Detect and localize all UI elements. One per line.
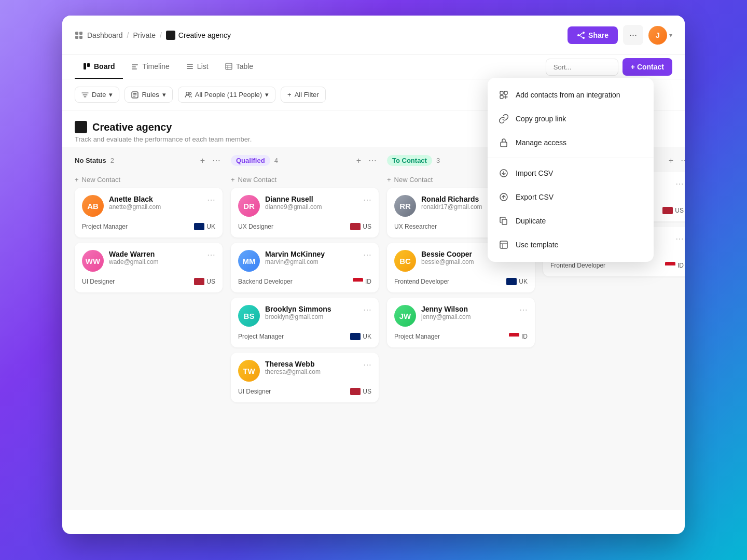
card-more-theresa[interactable]: ⋯ bbox=[363, 360, 371, 370]
avatar-dianne: DR bbox=[238, 195, 260, 217]
svg-point-5 bbox=[583, 37, 585, 39]
column-header-no-status: No Status 2 + ⋯ bbox=[75, 147, 223, 172]
svg-rect-27 bbox=[501, 142, 507, 147]
breadcrumb-private[interactable]: Private bbox=[133, 31, 156, 39]
dropdown-item-manage-access[interactable]: Manage access bbox=[488, 131, 654, 155]
table-icon bbox=[225, 63, 232, 70]
chevron-down-icon2: ▾ bbox=[162, 91, 166, 99]
link-icon bbox=[498, 113, 509, 124]
more-options-button[interactable]: ··· bbox=[623, 25, 643, 45]
tab-timeline[interactable]: Timeline bbox=[123, 55, 177, 79]
header-actions: Share ··· J ▾ bbox=[568, 25, 672, 45]
col-count-to-contact: 3 bbox=[436, 157, 440, 164]
column-qualified: Qualified 4 + ⋯ + New Contact DR Dianne … bbox=[231, 147, 379, 498]
contact-email-theresa: theresa@gmail.com bbox=[265, 368, 358, 375]
card-more-brooklyn[interactable]: ⋯ bbox=[363, 305, 371, 315]
chevron-down-icon: ▾ bbox=[669, 32, 672, 39]
contact-card-header: DR Dianne Rusell dianne9@gmail.com ⋯ bbox=[238, 195, 371, 217]
dashboard-icon bbox=[75, 31, 83, 39]
contact-country-dianne: US bbox=[350, 223, 371, 230]
tab-board[interactable]: Board bbox=[75, 55, 123, 79]
svg-point-6 bbox=[577, 34, 579, 36]
copy-icon bbox=[498, 215, 509, 227]
contact-country-jenny: ID bbox=[509, 333, 528, 340]
contact-footer-albert: Frontend Developer ID bbox=[550, 262, 684, 269]
tab-list[interactable]: List bbox=[178, 55, 217, 79]
dropdown-item-import-csv[interactable]: Import CSV bbox=[488, 161, 654, 185]
contact-footer-jenny: Project Manager ID bbox=[394, 333, 528, 340]
col-more-4[interactable]: ⋯ bbox=[679, 155, 685, 166]
tab-table[interactable]: Table bbox=[217, 55, 261, 79]
svg-rect-30 bbox=[502, 219, 507, 225]
sort-icon bbox=[81, 91, 89, 99]
board-title-icon bbox=[75, 121, 87, 133]
dropdown-item-add-integration[interactable]: Add contacts from an integration bbox=[488, 83, 654, 107]
chevron-down-icon: ▾ bbox=[109, 91, 113, 99]
contact-info-theresa: Theresa Webb theresa@gmail.com bbox=[265, 360, 358, 375]
contact-card-jenny: JW Jenny Wilson jenny@gmail.com ⋯ Projec… bbox=[387, 298, 535, 347]
card-more-anette[interactable]: ⋯ bbox=[207, 195, 215, 205]
contact-footer-theresa: UI Designer US bbox=[238, 388, 371, 395]
contact-card-header: TW Theresa Webb theresa@gmail.com ⋯ bbox=[238, 360, 371, 382]
new-contact-no-status[interactable]: + New Contact bbox=[75, 172, 120, 188]
col-add-4[interactable]: + bbox=[667, 155, 675, 166]
avatar-jenny: JW bbox=[394, 305, 416, 327]
flag-id-icon bbox=[353, 278, 363, 285]
all-filter[interactable]: + All Filter bbox=[281, 87, 326, 103]
template-icon bbox=[498, 239, 509, 250]
search-input[interactable] bbox=[546, 59, 618, 76]
card-more-marvin[interactable]: ⋯ bbox=[363, 250, 371, 260]
col-more-no-status[interactable]: ⋯ bbox=[210, 155, 223, 166]
people-filter[interactable]: All People (11 People) ▾ bbox=[178, 87, 275, 103]
card-more-darell[interactable]: ⋯ bbox=[675, 179, 684, 189]
col-label-to-contact: To Contact bbox=[387, 155, 432, 166]
contact-card-header: MM Marvin McKinney marvin@gmail.com ⋯ bbox=[238, 250, 371, 272]
chevron-down-icon3: ▾ bbox=[265, 91, 269, 99]
contact-footer-bessie: Frontend Developer UK bbox=[394, 278, 528, 285]
contact-role-albert: Frontend Developer bbox=[550, 262, 605, 269]
user-avatar-wrap[interactable]: J ▾ bbox=[648, 26, 672, 45]
svg-rect-12 bbox=[132, 66, 136, 67]
svg-rect-15 bbox=[187, 66, 193, 67]
svg-point-4 bbox=[583, 32, 585, 34]
contact-country-theresa: US bbox=[350, 388, 371, 395]
card-more-wade[interactable]: ⋯ bbox=[207, 250, 215, 260]
col-add-qualified[interactable]: + bbox=[354, 155, 363, 166]
new-contact-to-contact[interactable]: + New Contact bbox=[387, 172, 433, 188]
dropdown-label-duplicate: Duplicate bbox=[516, 217, 546, 225]
dropdown-item-export-csv[interactable]: Export CSV bbox=[488, 185, 654, 209]
new-contact-qualified[interactable]: + New Contact bbox=[231, 172, 276, 188]
contact-role-jenny: Project Manager bbox=[394, 333, 440, 340]
dropdown-item-use-template[interactable]: Use template bbox=[488, 233, 654, 257]
card-more-albert[interactable]: ⋯ bbox=[675, 234, 684, 244]
dropdown-label-manage-access: Manage access bbox=[516, 138, 566, 147]
breadcrumb: Dashboard / Private / Creative agency bbox=[75, 31, 231, 40]
flag-uk-icon2 bbox=[350, 333, 361, 340]
dropdown-item-duplicate[interactable]: Duplicate bbox=[488, 209, 654, 233]
contact-footer-wade: UI Designer US bbox=[82, 278, 215, 285]
new-contact-button[interactable]: + Contact bbox=[622, 58, 672, 76]
breadcrumb-dashboard[interactable]: Dashboard bbox=[87, 31, 123, 39]
flag-uk-icon3 bbox=[506, 278, 517, 285]
card-more-dianne[interactable]: ⋯ bbox=[363, 195, 371, 205]
contact-role-wade: UI Designer bbox=[82, 278, 115, 285]
contact-role-bessie: Frontend Developer bbox=[394, 278, 449, 285]
col-more-qualified[interactable]: ⋯ bbox=[366, 155, 379, 166]
col-actions-4: + ⋯ bbox=[667, 155, 685, 166]
date-filter[interactable]: Date ▾ bbox=[75, 87, 119, 103]
share-button[interactable]: Share bbox=[568, 26, 618, 44]
rules-filter[interactable]: Rules ▾ bbox=[125, 87, 172, 103]
dropdown-label-add-integration: Add contacts from an integration bbox=[516, 91, 620, 99]
contact-name-brooklyn: Brooklyn Simmons bbox=[265, 305, 358, 313]
contact-footer-brooklyn: Project Manager UK bbox=[238, 333, 371, 340]
avatar-wade: WW bbox=[82, 250, 104, 272]
contact-info-anette: Anette Black anette@gmail.com bbox=[109, 195, 202, 211]
breadcrumb-sep1: / bbox=[127, 31, 129, 39]
contact-footer-dianne: UX Designer US bbox=[238, 223, 371, 230]
app-window: Dashboard / Private / Creative agency Sh… bbox=[62, 16, 685, 534]
card-more-jenny[interactable]: ⋯ bbox=[519, 305, 528, 315]
dropdown-item-copy-link[interactable]: Copy group link bbox=[488, 107, 654, 131]
col-add-no-status[interactable]: + bbox=[198, 155, 207, 166]
creative-agency-icon bbox=[166, 31, 175, 40]
contact-card-anette: AB Anette Black anette@gmail.com ⋯ Proje… bbox=[75, 188, 223, 237]
